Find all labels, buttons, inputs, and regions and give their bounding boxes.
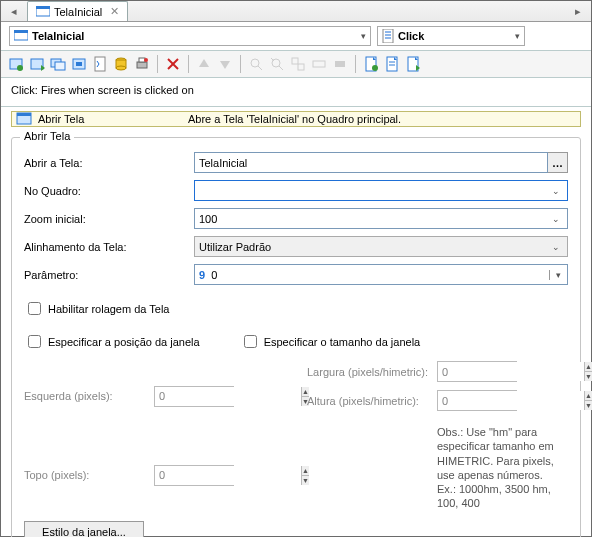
check-position-label: Especificar a posição da janela xyxy=(48,336,200,348)
svg-point-27 xyxy=(251,59,259,67)
chevron-down-icon: ▾ xyxy=(515,31,520,41)
group-legend: Abrir Tela xyxy=(20,130,74,142)
svg-rect-1 xyxy=(36,6,50,9)
browse-button[interactable]: … xyxy=(548,152,568,173)
nav-prev-icon[interactable]: ◂ xyxy=(7,5,21,18)
check-size-label: Especificar o tamanho da janela xyxy=(264,336,421,348)
screen-icon xyxy=(14,30,28,42)
tool-doc-3[interactable] xyxy=(404,55,422,73)
check-scroll-label: Habilitar rolagem da Tela xyxy=(48,303,169,315)
select-zoom[interactable]: 100 ⌄ xyxy=(194,208,568,229)
tool-doc-1[interactable] xyxy=(362,55,380,73)
close-icon[interactable]: ✕ xyxy=(110,5,119,18)
spin-height[interactable]: ▲▼ xyxy=(437,390,517,411)
label-top: Topo (pixels): xyxy=(24,469,154,481)
label-zoom: Zoom inicial: xyxy=(24,213,194,225)
select-alinhamento[interactable]: Utilizar Padrão ⌄ xyxy=(194,236,568,257)
svg-point-9 xyxy=(17,65,23,71)
label-quadro: No Quadro: xyxy=(24,185,194,197)
label-height: Altura (pixels/himetric): xyxy=(307,395,437,407)
window-style-button[interactable]: Estilo da janela... xyxy=(24,521,144,537)
input-parametro[interactable]: 9 0 ▾ xyxy=(194,264,568,285)
chevron-down-icon: ⌄ xyxy=(549,242,563,252)
chevron-down-icon: ⌄ xyxy=(549,186,563,196)
svg-point-22 xyxy=(144,58,148,62)
tool-group-b xyxy=(310,55,328,73)
target-selector-label: TelaInicial xyxy=(32,30,84,42)
tool-insert-3[interactable] xyxy=(49,55,67,73)
svg-rect-35 xyxy=(335,61,345,67)
tool-print[interactable] xyxy=(133,55,151,73)
action-name: Abrir Tela xyxy=(36,113,186,125)
svg-rect-13 xyxy=(55,62,65,70)
svg-rect-20 xyxy=(137,62,147,68)
event-description: Click: Fires when screen is clicked on xyxy=(1,78,591,107)
editor-tab[interactable]: TelaInicial ✕ xyxy=(27,1,128,21)
spin-top[interactable]: ▲▼ xyxy=(154,465,234,486)
editor-tab-label: TelaInicial xyxy=(54,6,102,18)
tool-delete[interactable] xyxy=(164,55,182,73)
spin-width[interactable]: ▲▼ xyxy=(437,361,517,382)
svg-rect-3 xyxy=(14,30,28,33)
svg-marker-25 xyxy=(199,59,209,67)
input-abrir[interactable] xyxy=(194,152,548,173)
label-alinhamento: Alinhamento da Tela: xyxy=(24,241,194,253)
svg-rect-47 xyxy=(17,113,31,116)
action-parameters-group: Abrir Tela Abrir a Tela: … No Quadro: ⌄ … xyxy=(11,137,581,537)
svg-marker-26 xyxy=(220,61,230,69)
label-parametro: Parâmetro: xyxy=(24,269,194,281)
tool-db[interactable] xyxy=(112,55,130,73)
svg-rect-15 xyxy=(76,62,82,66)
select-quadro[interactable]: ⌄ xyxy=(194,180,568,201)
screen-icon xyxy=(36,6,50,18)
check-scroll[interactable] xyxy=(28,302,41,315)
label-left: Esquerda (pixels): xyxy=(24,390,154,402)
svg-line-30 xyxy=(279,66,283,70)
nav-next-icon[interactable]: ▸ xyxy=(571,5,585,18)
svg-point-19 xyxy=(116,66,126,70)
tool-insert-1[interactable] xyxy=(7,55,25,73)
tool-tag xyxy=(331,55,349,73)
label-abrir: Abrir a Tela: xyxy=(24,157,194,169)
event-selector-label: Click xyxy=(398,30,424,42)
action-toolbar xyxy=(1,51,591,78)
tool-script[interactable] xyxy=(91,55,109,73)
action-desc: Abre a Tela 'TelaInicial' no Quadro prin… xyxy=(186,113,580,125)
script-icon xyxy=(382,29,394,43)
tool-doc-2[interactable] xyxy=(383,55,401,73)
chevron-down-icon: ⌄ xyxy=(549,214,563,224)
tool-group-a xyxy=(289,55,307,73)
chevron-down-icon: ▾ xyxy=(549,270,563,280)
spin-left[interactable]: ▲▼ xyxy=(154,386,234,407)
label-width: Largura (pixels/himetric): xyxy=(307,366,437,378)
svg-point-38 xyxy=(372,65,378,71)
target-selector[interactable]: TelaInicial ▾ xyxy=(9,26,371,46)
action-row[interactable]: Abrir Tela Abre a Tela 'TelaInicial' no … xyxy=(11,111,581,127)
himetric-note: Obs.: Use "hm" para especificar tamanho … xyxy=(437,425,568,511)
svg-rect-34 xyxy=(313,61,325,67)
open-screen-icon xyxy=(16,112,32,126)
tool-move-up xyxy=(195,55,213,73)
svg-rect-4 xyxy=(383,29,393,43)
check-position[interactable] xyxy=(28,335,41,348)
svg-rect-32 xyxy=(292,58,298,64)
tool-find-a xyxy=(247,55,265,73)
tool-find-b xyxy=(268,55,286,73)
svg-line-28 xyxy=(258,66,262,70)
event-selector[interactable]: Click ▾ xyxy=(377,26,525,46)
tool-insert-2[interactable] xyxy=(28,55,46,73)
chevron-down-icon: ▾ xyxy=(361,31,366,41)
tool-insert-4[interactable] xyxy=(70,55,88,73)
tool-move-down xyxy=(216,55,234,73)
svg-rect-16 xyxy=(95,57,105,71)
svg-rect-33 xyxy=(298,64,304,70)
check-size[interactable] xyxy=(244,335,257,348)
